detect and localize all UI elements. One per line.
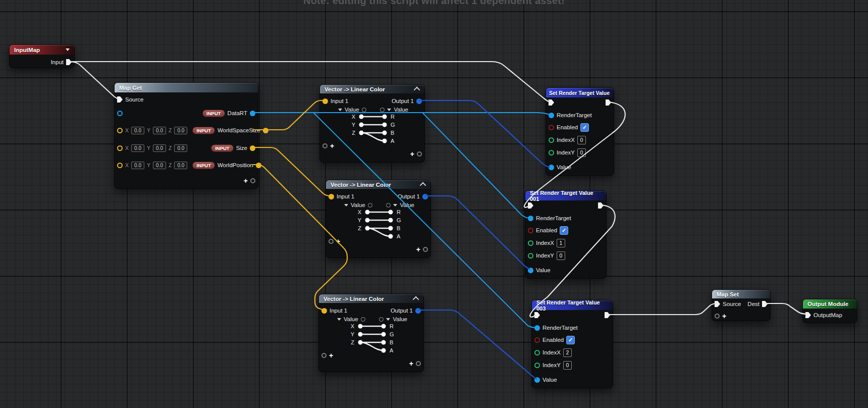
size-output-pin[interactable] xyxy=(250,145,255,151)
output1-pin[interactable] xyxy=(415,308,421,314)
node-header[interactable]: Set Render Target Value 001 xyxy=(525,191,606,200)
enabled-pin[interactable] xyxy=(549,125,554,130)
indexy-pin[interactable] xyxy=(528,253,533,259)
vector-y-field[interactable]: 0.0 xyxy=(153,162,166,169)
size-input-pin[interactable] xyxy=(117,145,123,151)
exec-input-pin[interactable] xyxy=(117,96,123,103)
add-output-button[interactable]: + xyxy=(409,361,413,367)
rendertarget-pin[interactable] xyxy=(528,216,533,221)
node-vector-linear-color-1[interactable]: Vector -> Linear Color Input 1 Output 1 … xyxy=(319,84,425,163)
enabled-checkbox[interactable]: ✓ xyxy=(566,336,575,344)
vector-z-field[interactable]: 0.0 xyxy=(174,144,187,152)
indexx-pin[interactable] xyxy=(549,137,554,143)
exec-output-pin[interactable] xyxy=(598,202,604,209)
node-set-render-target-value-003[interactable]: Set Render Target Value 003 RenderTarget… xyxy=(531,300,613,388)
rendertarget-pin[interactable] xyxy=(549,113,554,118)
exec-input-pin[interactable] xyxy=(549,99,554,106)
add-output-button[interactable]: + xyxy=(410,151,414,157)
channel-remap-widget[interactable] xyxy=(356,322,388,355)
exec-input-pin[interactable] xyxy=(528,202,533,209)
hidden-pin-icon[interactable] xyxy=(423,247,428,252)
hidden-pin-icon[interactable] xyxy=(322,143,328,148)
input1-pin[interactable] xyxy=(321,308,327,314)
node-map-set[interactable]: Map Set Source Dest + xyxy=(712,289,771,321)
expand-triangle-icon[interactable] xyxy=(387,109,391,111)
node-output-module-header[interactable]: Output Module xyxy=(803,299,857,309)
node-vector-linear-color-3[interactable]: Vector -> Linear Color Input 1 Output 1 … xyxy=(318,294,424,372)
add-output-button[interactable]: + xyxy=(416,246,420,252)
node-header[interactable]: Vector -> Linear Color xyxy=(320,85,424,93)
node-input-map[interactable]: InputMap Input xyxy=(9,44,75,68)
rendertarget-pin[interactable] xyxy=(534,325,540,331)
input1-pin[interactable] xyxy=(322,98,328,104)
indexy-field[interactable]: 0 xyxy=(563,361,572,370)
node-vector-linear-color-2[interactable]: Vector -> Linear Color Input 1 Output 1 … xyxy=(326,180,431,258)
indexy-pin[interactable] xyxy=(549,150,554,156)
collapse-chevron-icon[interactable] xyxy=(414,87,420,93)
collapse-chevron-icon[interactable] xyxy=(420,182,426,189)
blueprint-graph-canvas[interactable]: Note: editing this script will affect 1 … xyxy=(0,0,868,408)
vector-x-field[interactable]: 0.0 xyxy=(131,162,144,169)
node-input-map-header[interactable]: InputMap xyxy=(10,45,74,55)
node-output-module[interactable]: Output Module OutputMap xyxy=(802,299,857,323)
output1-pin[interactable] xyxy=(422,194,428,199)
indexy-pin[interactable] xyxy=(534,363,540,368)
enabled-pin[interactable] xyxy=(534,337,540,343)
vector-x-field[interactable]: 0.0 xyxy=(131,144,144,152)
channel-remap-widget[interactable] xyxy=(363,208,395,241)
indexy-field[interactable]: 0 xyxy=(557,251,565,260)
value-out-pin[interactable] xyxy=(386,203,391,208)
add-pin-button[interactable]: + xyxy=(244,178,248,184)
add-input-button[interactable]: + xyxy=(330,143,334,149)
indexx-field[interactable]: 0 xyxy=(577,136,586,144)
worldspacesize-output-pin[interactable] xyxy=(263,128,268,133)
hidden-pin-icon[interactable] xyxy=(250,178,255,183)
value-in-pin[interactable] xyxy=(362,108,366,112)
value-out-pin[interactable] xyxy=(380,108,385,112)
node-map-get[interactable]: Map Get Source INPUT DataRT X 0.0 Y 0.0 … xyxy=(114,82,258,189)
add-pin-button[interactable]: + xyxy=(722,313,726,319)
exec-output-pin[interactable] xyxy=(762,301,768,307)
expand-triangle-icon[interactable] xyxy=(344,204,348,207)
expand-triangle-icon[interactable] xyxy=(386,318,390,321)
hidden-pin-icon[interactable] xyxy=(416,361,421,366)
indexy-field[interactable]: 0 xyxy=(577,148,586,157)
value-in-pin[interactable] xyxy=(361,317,365,322)
hidden-pin-icon[interactable] xyxy=(329,239,334,244)
vector-z-field[interactable]: 0.0 xyxy=(174,162,187,169)
indexx-pin[interactable] xyxy=(534,350,540,355)
exec-input-pin[interactable] xyxy=(534,312,540,318)
enabled-pin[interactable] xyxy=(528,228,533,233)
indexx-field[interactable]: 2 xyxy=(563,348,572,357)
channel-remap-widget[interactable] xyxy=(357,113,389,146)
input1-pin[interactable] xyxy=(329,194,334,199)
vector-y-field[interactable]: 0.0 xyxy=(153,127,166,134)
hidden-pin-icon[interactable] xyxy=(715,314,720,319)
node-header[interactable]: Vector -> Linear Color xyxy=(326,180,430,189)
value-in-pin[interactable] xyxy=(368,203,372,208)
hidden-pin-icon[interactable] xyxy=(321,353,327,358)
node-map-set-header[interactable]: Map Set xyxy=(712,290,770,298)
vector-z-field[interactable]: 0.0 xyxy=(174,127,187,134)
node-map-get-header[interactable]: Map Get xyxy=(115,83,258,92)
value-out-pin[interactable] xyxy=(379,317,384,322)
indexx-field[interactable]: 1 xyxy=(557,239,565,247)
node-header[interactable]: Vector -> Linear Color xyxy=(319,294,423,303)
enabled-checkbox[interactable]: ✓ xyxy=(560,226,568,235)
value-pin[interactable] xyxy=(528,268,533,273)
dropdown-caret-icon[interactable] xyxy=(66,48,70,51)
value-pin[interactable] xyxy=(549,165,554,170)
expand-triangle-icon[interactable] xyxy=(337,318,341,321)
expand-triangle-icon[interactable] xyxy=(338,109,342,111)
worldposition-output-pin[interactable] xyxy=(256,163,261,168)
exec-output-pin[interactable] xyxy=(606,99,611,106)
exec-input-pin[interactable] xyxy=(805,312,811,318)
expand-triangle-icon[interactable] xyxy=(393,204,397,207)
enabled-checkbox[interactable]: ✓ xyxy=(580,123,589,132)
node-header[interactable]: Set Render Target Value xyxy=(546,88,614,97)
worldposition-input-pin[interactable] xyxy=(117,163,123,168)
exec-output-pin[interactable] xyxy=(605,312,610,318)
add-input-button[interactable]: + xyxy=(329,352,333,359)
value-pin[interactable] xyxy=(534,377,540,383)
output1-pin[interactable] xyxy=(416,98,422,104)
